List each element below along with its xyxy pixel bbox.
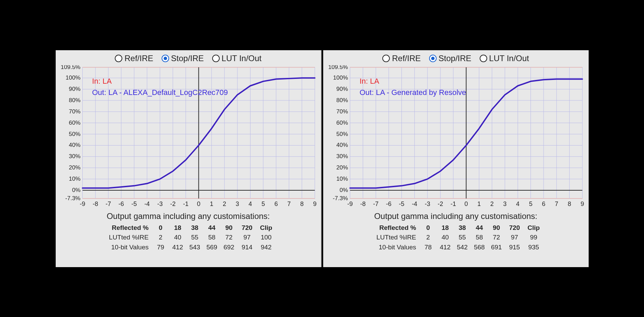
svg-text:109.5%: 109.5% — [60, 65, 80, 70]
svg-text:-4: -4 — [144, 201, 150, 207]
svg-text:-1: -1 — [450, 201, 456, 207]
svg-text:30%: 30% — [336, 153, 348, 160]
svg-text:9: 9 — [580, 201, 584, 207]
svg-text:-7: -7 — [373, 201, 379, 207]
row-label-tenbit: 10-bit Values — [101, 243, 152, 252]
chart-svg-right: -9-8-7-6-5-4-3-2-10123456789109.5%100%90… — [326, 65, 586, 209]
header-cell: Clip — [257, 223, 276, 233]
cell: 568 — [471, 243, 488, 252]
cell: 58 — [203, 233, 220, 243]
svg-text:-8: -8 — [93, 201, 98, 207]
svg-text:70%: 70% — [69, 108, 80, 114]
row-label-reflected: Reflected % — [101, 223, 152, 233]
cell: 72 — [488, 233, 505, 243]
svg-text:10%: 10% — [336, 176, 348, 182]
cell: 691 — [488, 243, 505, 252]
svg-text:60%: 60% — [69, 119, 80, 126]
cell: 55 — [186, 233, 203, 243]
cell: 569 — [203, 243, 220, 252]
cell: 935 — [524, 243, 543, 252]
radio-label: Stop/IRE — [439, 54, 471, 63]
svg-text:80%: 80% — [69, 97, 80, 103]
header-cell: 0 — [420, 223, 437, 233]
svg-text:3: 3 — [235, 201, 239, 207]
svg-text:In: LA: In: LA — [92, 77, 112, 85]
svg-text:40%: 40% — [69, 142, 80, 148]
radio-icon — [162, 55, 169, 62]
bottom-block-right: Output gamma including any customisation… — [323, 211, 589, 252]
svg-text:20%: 20% — [336, 164, 348, 171]
radio-icon — [429, 55, 437, 62]
svg-text:60%: 60% — [336, 119, 348, 126]
svg-text:-9: -9 — [347, 201, 353, 207]
row-label-lutted: LUTted %IRE — [101, 233, 152, 243]
svg-text:-1: -1 — [183, 201, 188, 207]
svg-text:0: 0 — [464, 201, 468, 207]
radio-icon — [480, 55, 487, 62]
svg-text:-2: -2 — [170, 201, 175, 207]
svg-text:-4: -4 — [412, 201, 417, 207]
cell: 72 — [220, 233, 237, 243]
radio-ref-ire[interactable]: Ref/IRE — [382, 54, 421, 63]
svg-text:-6: -6 — [386, 201, 391, 207]
svg-text:-9: -9 — [80, 201, 85, 207]
bottom-title: Output gamma including any customisation… — [56, 211, 321, 221]
svg-text:40%: 40% — [336, 142, 348, 148]
header-cell: 90 — [220, 223, 237, 233]
right-panel: Ref/IRE Stop/IRE LUT In/Out -9-8-7-6-5-4… — [323, 50, 589, 267]
svg-text:20%: 20% — [69, 164, 80, 171]
cell: 412 — [437, 243, 454, 252]
cell: 542 — [454, 243, 471, 252]
svg-text:3: 3 — [503, 201, 506, 207]
svg-text:Out: LA - Generated by Resolve: Out: LA - Generated by Resolve — [359, 88, 466, 96]
cell: 55 — [454, 233, 471, 243]
cell: 543 — [186, 243, 203, 252]
svg-text:2: 2 — [223, 201, 226, 207]
radio-label: Stop/IRE — [171, 54, 204, 63]
header-cell: 44 — [471, 223, 488, 233]
svg-text:7: 7 — [554, 201, 558, 207]
svg-text:-5: -5 — [399, 201, 404, 207]
bottom-block-left: Output gamma including any customisation… — [56, 211, 321, 252]
cell: 58 — [471, 233, 488, 243]
cell: 692 — [220, 243, 237, 252]
svg-text:7: 7 — [287, 201, 290, 207]
radio-icon — [212, 55, 220, 62]
svg-text:10%: 10% — [69, 176, 80, 182]
row-label-reflected: Reflected % — [368, 223, 420, 233]
svg-text:4: 4 — [516, 201, 519, 207]
radio-stop-ire[interactable]: Stop/IRE — [162, 54, 204, 63]
left-panel: Ref/IRE Stop/IRE LUT In/Out -9-8-7-6-5-4… — [56, 50, 322, 267]
svg-text:9: 9 — [313, 201, 316, 207]
radio-lut-inout[interactable]: LUT In/Out — [212, 54, 262, 63]
svg-text:100%: 100% — [333, 74, 348, 81]
header-cell: 38 — [186, 223, 203, 233]
svg-text:6: 6 — [274, 201, 278, 207]
chart-svg-left: -9-8-7-6-5-4-3-2-10123456789109.5%100%90… — [58, 65, 318, 209]
svg-text:5: 5 — [529, 201, 532, 207]
header-cell: 720 — [505, 223, 524, 233]
cell: 100 — [257, 233, 276, 243]
svg-text:0%: 0% — [339, 187, 348, 193]
radio-icon — [382, 55, 390, 62]
chart-left: -9-8-7-6-5-4-3-2-10123456789109.5%100%90… — [58, 65, 318, 209]
svg-text:In: LA: In: LA — [359, 77, 379, 85]
row-label-tenbit: 10-bit Values — [368, 243, 420, 252]
cell: 942 — [257, 243, 276, 252]
svg-text:4: 4 — [248, 201, 252, 207]
radio-stop-ire[interactable]: Stop/IRE — [429, 54, 471, 63]
svg-text:30%: 30% — [69, 153, 80, 160]
svg-text:90%: 90% — [69, 86, 80, 92]
header-cell: 18 — [169, 223, 186, 233]
svg-text:90%: 90% — [336, 86, 348, 92]
data-table-left: Reflected % 0 18 38 44 90 720 Clip LUTte… — [101, 223, 276, 252]
svg-text:-2: -2 — [437, 201, 443, 207]
svg-text:-7.3%: -7.3% — [333, 195, 348, 202]
svg-text:100%: 100% — [66, 74, 80, 81]
cell: 412 — [169, 243, 186, 252]
radio-lut-inout[interactable]: LUT In/Out — [480, 54, 529, 63]
svg-text:80%: 80% — [336, 97, 348, 103]
cell: 2 — [420, 233, 437, 243]
radio-ref-ire[interactable]: Ref/IRE — [115, 54, 153, 63]
radio-row-right: Ref/IRE Stop/IRE LUT In/Out — [323, 50, 589, 65]
